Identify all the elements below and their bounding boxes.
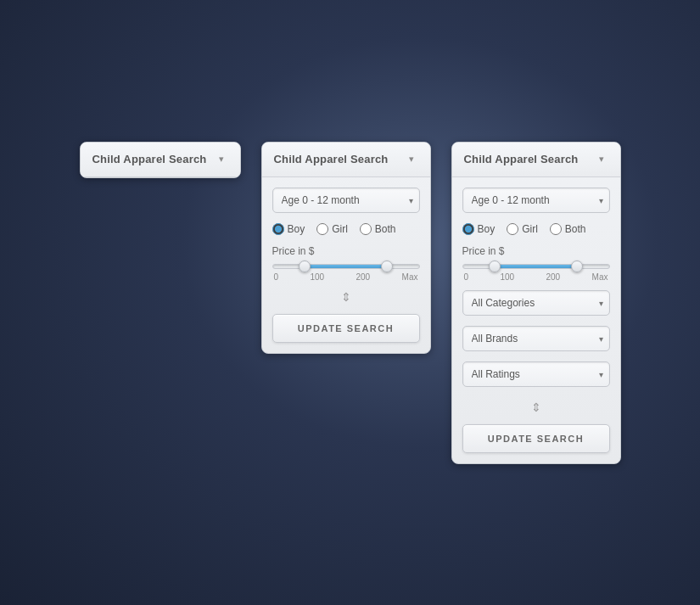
widget-2-label-200: 200	[356, 272, 371, 282]
widget-3-both-label[interactable]: Both	[550, 223, 586, 235]
widget-collapsed: Child Apparel Search ▾	[80, 142, 241, 178]
widget-2-both-radio[interactable]	[360, 223, 372, 235]
widget-2-age-select[interactable]: Age 0 - 12 month	[272, 188, 420, 213]
widget-3-categories-select[interactable]: All Categories	[462, 290, 610, 316]
widget-2-label-100: 100	[310, 272, 324, 282]
widget-3-brands-select[interactable]: All Brands	[462, 326, 610, 351]
widget-3-girl-text: Girl	[522, 223, 538, 235]
widget-2-expand-icon[interactable]: ⇕	[272, 287, 420, 311]
widget-medium: Child Apparel Search ▾ Age 0 - 12 month …	[261, 142, 431, 354]
widget-2-price-label: Price in $	[272, 245, 420, 257]
widget-3-slider-labels: 0 100 200 Max	[462, 272, 610, 282]
widget-1-header[interactable]: Child Apparel Search ▾	[81, 143, 240, 177]
widget-2-thumb-left[interactable]	[299, 260, 311, 272]
widget-3-slider-container: 0 100 200 Max	[462, 264, 610, 282]
widget-2-boy-radio[interactable]	[272, 223, 284, 235]
widget-3-brands-wrapper: All Brands ▾	[462, 326, 610, 351]
widget-2-both-text: Both	[375, 223, 396, 235]
widget-2-girl-radio[interactable]	[316, 223, 328, 235]
widget-2-slider-track	[272, 264, 420, 269]
widget-1-title: Child Apparel Search	[92, 153, 207, 165]
widget-3-age-select[interactable]: Age 0 - 12 month	[462, 188, 610, 213]
widget-2-girl-text: Girl	[332, 223, 348, 235]
widget-3-boy-text: Boy	[478, 223, 496, 235]
widget-3-label-max: Max	[592, 272, 608, 282]
widget-3-slider-fill	[492, 265, 580, 268]
widget-large: Child Apparel Search ▾ Age 0 - 12 month …	[451, 142, 621, 464]
widget-2-slider-fill	[302, 265, 389, 268]
widget-3-title: Child Apparel Search	[464, 153, 579, 165]
widget-3-boy-radio[interactable]	[462, 223, 474, 235]
widget-3-body: Age 0 - 12 month ▾ Boy Girl Both	[452, 177, 620, 463]
widget-2-boy-text: Boy	[288, 223, 305, 235]
widget-3-ratings-wrapper: All Ratings ▾	[462, 361, 610, 387]
widget-3-label-200: 200	[546, 272, 561, 282]
widget-3-price-label: Price in $	[462, 245, 610, 257]
widget-2-update-button[interactable]: UPDATE SEARCH	[272, 314, 420, 343]
widget-2-chevron-icon: ▾	[405, 153, 418, 166]
widget-2-slider-labels: 0 100 200 Max	[272, 272, 420, 282]
widget-3-header[interactable]: Child Apparel Search ▾	[452, 143, 620, 177]
widget-2-label-0: 0	[274, 272, 279, 282]
widget-2-slider-container: 0 100 200 Max	[272, 264, 420, 282]
widget-3-chevron-icon: ▾	[595, 153, 608, 166]
widget-2-both-label[interactable]: Both	[360, 223, 396, 235]
widget-3-both-radio[interactable]	[550, 223, 562, 235]
widget-2-thumb-right[interactable]	[381, 260, 393, 272]
widget-3-girl-label[interactable]: Girl	[507, 223, 538, 235]
widget-2-title: Child Apparel Search	[274, 153, 389, 165]
widget-3-gender-group: Boy Girl Both	[462, 223, 610, 235]
widget-2-age-wrapper: Age 0 - 12 month ▾	[272, 188, 420, 213]
widget-3-girl-radio[interactable]	[507, 223, 518, 235]
widget-3-categories-wrapper: All Categories ▾	[462, 290, 610, 316]
widget-3-expand-icon[interactable]: ⇕	[462, 397, 610, 421]
widget-2-header[interactable]: Child Apparel Search ▾	[262, 143, 430, 177]
widget-2-gender-group: Boy Girl Both	[272, 223, 420, 235]
widget-2-boy-label[interactable]: Boy	[272, 223, 305, 235]
widget-3-thumb-left[interactable]	[489, 260, 501, 272]
widget-3-ratings-select[interactable]: All Ratings	[462, 361, 610, 387]
widget-3-boy-label[interactable]: Boy	[462, 223, 496, 235]
widget-3-slider-track	[462, 264, 610, 269]
widgets-container: Child Apparel Search ▾ Child Apparel Sea…	[63, 125, 638, 481]
widget-3-both-text: Both	[565, 223, 586, 235]
widget-2-body: Age 0 - 12 month ▾ Boy Girl Both	[262, 177, 430, 353]
widget-3-age-wrapper: Age 0 - 12 month ▾	[462, 188, 610, 213]
widget-1-chevron-icon: ▾	[215, 153, 228, 166]
widget-2-girl-label[interactable]: Girl	[316, 223, 348, 235]
widget-3-thumb-right[interactable]	[571, 260, 583, 272]
widget-3-label-100: 100	[500, 272, 514, 282]
widget-3-label-0: 0	[464, 272, 469, 282]
widget-3-update-button[interactable]: UPDATE SEARCH	[462, 424, 610, 453]
widget-2-label-max: Max	[402, 272, 418, 282]
